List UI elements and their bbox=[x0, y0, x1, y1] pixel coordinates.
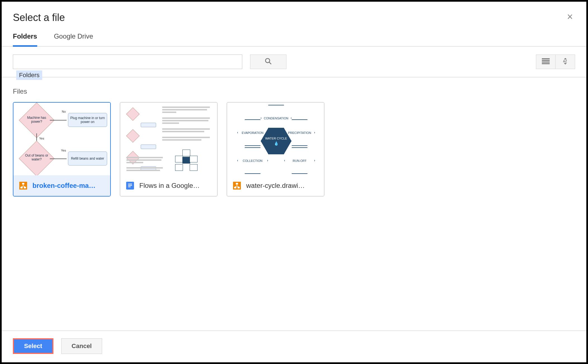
svg-rect-20 bbox=[237, 187, 240, 188]
svg-text:AZ: AZ bbox=[563, 60, 567, 63]
file-card-broken-coffee[interactable]: Machine has power? No Plug machine in or… bbox=[13, 102, 111, 197]
section-label-files: Files bbox=[2, 77, 586, 102]
svg-rect-4 bbox=[542, 62, 550, 63]
file-name: water-cycle.drawi… bbox=[246, 182, 318, 190]
svg-rect-3 bbox=[542, 60, 550, 61]
search-chip[interactable]: Folders bbox=[16, 70, 42, 80]
file-name: Flows in a Google… bbox=[139, 182, 211, 190]
gdoc-icon bbox=[126, 181, 134, 190]
drawio-icon bbox=[233, 181, 241, 190]
list-view-button[interactable] bbox=[536, 55, 556, 69]
view-controls: AZ bbox=[536, 55, 575, 69]
dialog-header: Select a file × bbox=[2, 2, 586, 23]
file-thumbnail: CONDENSATION EVAPORATION PRECIPITATION W… bbox=[227, 103, 324, 175]
drawio-icon bbox=[19, 181, 27, 190]
cancel-button[interactable]: Cancel bbox=[61, 338, 102, 354]
tabs: Folders Google Drive bbox=[2, 23, 586, 47]
svg-rect-12 bbox=[24, 187, 26, 188]
tab-google-drive[interactable]: Google Drive bbox=[54, 32, 93, 46]
svg-marker-8 bbox=[564, 63, 567, 64]
svg-rect-5 bbox=[542, 63, 550, 64]
dialog-title: Select a file bbox=[13, 12, 65, 23]
dialog-footer: Select Cancel bbox=[2, 330, 586, 362]
close-icon[interactable]: × bbox=[565, 12, 575, 22]
files-grid: Machine has power? No Plug machine in or… bbox=[2, 102, 586, 197]
file-picker-dialog: Select a file × Folders Google Drive Fol… bbox=[2, 2, 586, 362]
file-card-water-cycle[interactable]: CONDENSATION EVAPORATION PRECIPITATION W… bbox=[227, 102, 324, 197]
svg-rect-16 bbox=[128, 186, 131, 187]
svg-rect-18 bbox=[236, 183, 238, 185]
toolbar: Folders bbox=[2, 47, 586, 77]
search-button[interactable] bbox=[250, 55, 286, 69]
sort-az-button[interactable]: AZ bbox=[556, 55, 575, 69]
sort-icon: AZ bbox=[561, 58, 569, 66]
tab-folders[interactable]: Folders bbox=[13, 32, 37, 47]
file-card-flows-gdoc[interactable]: Flows in a Google… bbox=[120, 102, 218, 197]
svg-rect-15 bbox=[128, 185, 132, 186]
svg-rect-10 bbox=[22, 183, 24, 185]
svg-rect-19 bbox=[234, 187, 236, 188]
select-button[interactable]: Select bbox=[13, 338, 53, 354]
svg-marker-6 bbox=[564, 58, 567, 59]
list-icon bbox=[542, 58, 550, 65]
file-thumbnail bbox=[120, 103, 217, 175]
file-name: broken-coffee-ma… bbox=[32, 182, 105, 190]
svg-line-1 bbox=[269, 62, 271, 64]
search-input[interactable] bbox=[13, 55, 242, 69]
svg-rect-11 bbox=[20, 187, 23, 188]
svg-point-0 bbox=[265, 58, 270, 63]
search-icon bbox=[264, 57, 272, 66]
file-thumbnail: Machine has power? No Plug machine in or… bbox=[13, 103, 110, 175]
svg-rect-2 bbox=[542, 58, 550, 60]
svg-rect-14 bbox=[128, 184, 132, 185]
